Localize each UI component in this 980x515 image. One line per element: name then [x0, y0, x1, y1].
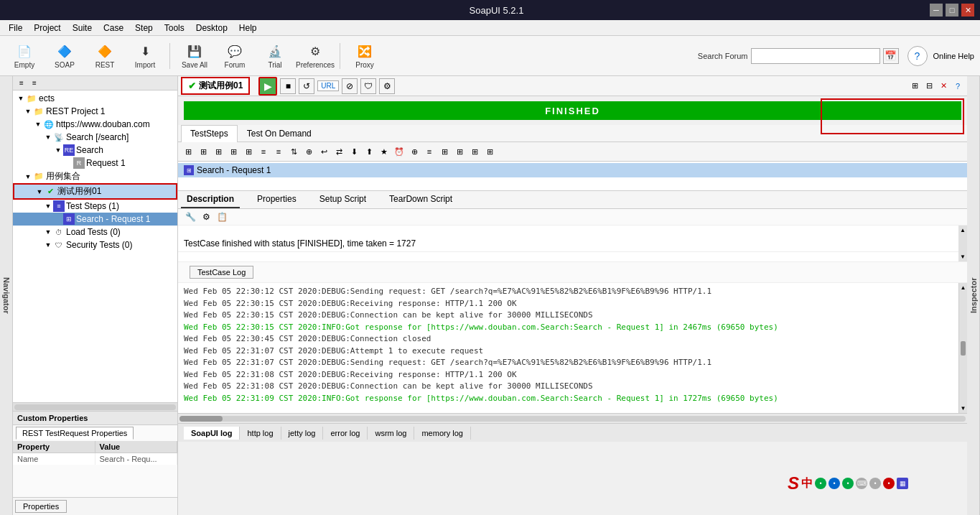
expand-ects[interactable]: ▼ [16, 93, 26, 103]
expand-suite[interactable]: ▼ [23, 172, 33, 182]
menu-item-suite[interactable]: Suite [67, 22, 98, 34]
search-forum-input[interactable] [751, 48, 880, 64]
desc-tab-description[interactable]: Description [181, 191, 240, 208]
logo-icon-5[interactable]: • [869, 478, 881, 489]
menu-item-file[interactable]: File [3, 22, 28, 34]
status-tab-error-log[interactable]: error log [323, 427, 368, 440]
ts-btn-12[interactable]: ⬇ [347, 144, 361, 159]
expand-securitytests[interactable]: ▼ [43, 240, 53, 250]
testcase-shield-button[interactable]: 🛡 [360, 78, 376, 94]
toolbar-btn-save-all[interactable]: 💾Save All [176, 39, 213, 73]
logo-icon-7[interactable]: ▦ [897, 478, 908, 489]
toolbar-btn-trial[interactable]: 🔬Trial [256, 39, 294, 73]
props-table-row[interactable]: Name Search - Requ... [13, 453, 177, 465]
ts-btn-13[interactable]: ⬆ [362, 144, 376, 159]
ts-btn-4[interactable]: ⊞ [226, 144, 241, 159]
ts-btn-5[interactable]: ⊞ [241, 144, 256, 159]
tree-item-search-endpoint[interactable]: ▼ 📡 Search [/search] [13, 131, 177, 144]
tree-item-testcase01[interactable]: ▼ ✔ 测试用例01 [13, 183, 177, 200]
tree-item-search[interactable]: ▼ RE Search [13, 144, 177, 157]
status-scrollbar[interactable]: ▲ ▼ [958, 226, 967, 261]
ts-btn-18[interactable]: ⊞ [437, 144, 452, 159]
menu-item-project[interactable]: Project [28, 22, 66, 34]
expand-search[interactable]: ▼ [53, 145, 63, 155]
rest-testrequest-props-tab[interactable]: REST TestRequest Properties [16, 427, 134, 440]
minimize-button[interactable]: ─ [930, 4, 943, 17]
maximize-button[interactable]: □ [946, 4, 958, 17]
status-tab-wsrm-log[interactable]: wsrm log [368, 427, 414, 440]
expand-rest-project[interactable]: ▼ [23, 106, 33, 116]
logo-icon-3[interactable]: • [842, 478, 854, 489]
tree-item-search-request1[interactable]: ▶ ⊞ Search - Request 1 [13, 213, 177, 226]
testcase-cancel-button[interactable]: ⊘ [342, 78, 358, 94]
teststep-search-request1[interactable]: ⊞ Search - Request 1 [178, 163, 967, 177]
tc-close-button[interactable]: ✕ [937, 80, 950, 93]
tree-item-loadtests[interactable]: ▼ ⏱ Load Tests (0) [13, 226, 177, 238]
tab-test-on-demand[interactable]: Test On Demand [238, 125, 321, 141]
bottom-tb-btn-1[interactable]: 🔧 [184, 210, 197, 223]
toolbar-btn-proxy[interactable]: 🔀Proxy [346, 39, 383, 73]
ts-btn-7[interactable]: ≡ [271, 144, 286, 159]
tree-item-suite[interactable]: ▼ 📁 用例集合 [13, 170, 177, 183]
testcase-log-button[interactable]: TestCase Log [190, 266, 253, 279]
ts-btn-3[interactable]: ⊞ [211, 144, 225, 159]
tc-expand-button[interactable]: ⊞ [908, 80, 921, 93]
toolbar-btn-soap[interactable]: 🔷SOAP [46, 39, 83, 73]
tree-item-teststeps[interactable]: ▼ ≡ Test Steps (1) [13, 200, 177, 213]
bottom-tb-btn-2[interactable]: ⚙ [200, 210, 213, 223]
expand-teststeps[interactable]: ▼ [43, 201, 53, 211]
desc-tab-setup-script[interactable]: Setup Script [314, 191, 372, 208]
properties-button[interactable]: Properties [15, 500, 67, 513]
expand-search-endpoint[interactable]: ▼ [43, 132, 53, 142]
tree-item-request1[interactable]: ▶ R Request 1 [13, 157, 177, 170]
testcase-play-button[interactable]: ▶ [258, 77, 277, 96]
logo-icon-6[interactable]: • [883, 478, 895, 489]
tree-item-douban[interactable]: ▼ 🌐 https://www.douban.com [13, 118, 177, 131]
ts-btn-6[interactable]: ≡ [256, 144, 271, 159]
toolbar-btn-preferences[interactable]: ⚙Preferences [297, 39, 334, 73]
toolbar-btn-forum[interactable]: 💬Forum [216, 39, 253, 73]
online-help-button[interactable]: ? [907, 46, 928, 66]
ts-btn-9[interactable]: ⊕ [302, 144, 316, 159]
ts-btn-20[interactable]: ⊞ [467, 144, 482, 159]
expand-loadtests[interactable]: ▼ [43, 227, 53, 237]
status-tab-memory-log[interactable]: memory log [414, 427, 470, 440]
tree-item-securitytests[interactable]: ▼ 🛡 Security Tests (0) [13, 238, 177, 251]
expand-douban[interactable]: ▼ [33, 119, 43, 129]
tree-item-rest-project[interactable]: ▼ 📁 REST Project 1 [13, 105, 177, 118]
toolbar-btn-rest[interactable]: 🔶REST [86, 39, 123, 73]
menu-item-desktop[interactable]: Desktop [190, 22, 233, 34]
menu-item-help[interactable]: Help [233, 22, 263, 34]
toolbar-btn-empty[interactable]: 📄Empty [6, 39, 43, 73]
ts-btn-2[interactable]: ⊞ [196, 144, 210, 159]
nav-toolbar-btn-2[interactable]: ≡ [29, 78, 40, 89]
testcase-settings-button[interactable]: ⚙ [379, 78, 395, 94]
ts-btn-15[interactable]: ⏰ [392, 144, 406, 159]
testcase-stop-button[interactable]: ■ [280, 78, 296, 94]
tab-teststeps[interactable]: TestSteps [181, 125, 238, 142]
ts-btn-14[interactable]: ★ [377, 144, 391, 159]
expand-testcase01[interactable]: ▼ [34, 187, 45, 197]
search-calendar-button[interactable]: 📅 [883, 48, 899, 64]
status-tab-soapui-log[interactable]: SoapUI log [184, 427, 240, 440]
logo-icon-4[interactable]: ⌨ [856, 478, 867, 489]
ts-btn-16[interactable]: ⊕ [407, 144, 421, 159]
tc-help-button[interactable]: ? [951, 80, 964, 93]
ts-btn-21[interactable]: ⊞ [482, 144, 497, 159]
desc-tab-teardown-script[interactable]: TearDown Script [383, 191, 458, 208]
ts-btn-11[interactable]: ⇄ [332, 144, 346, 159]
ts-btn-1[interactable]: ⊞ [181, 144, 195, 159]
desc-tab-properties[interactable]: Properties [251, 191, 302, 208]
bottom-tb-btn-3[interactable]: 📋 [215, 210, 228, 223]
logo-icon-1[interactable]: • [815, 478, 826, 489]
scrollbar-thumb[interactable] [179, 416, 223, 422]
ts-btn-10[interactable]: ↩ [317, 144, 331, 159]
ts-btn-17[interactable]: ≡ [422, 144, 437, 159]
testcase-refresh-button[interactable]: ↺ [299, 78, 314, 94]
tree-item-ects[interactable]: ▼ 📁 ects [13, 92, 177, 105]
status-tab-http-log[interactable]: http log [240, 427, 281, 440]
menu-item-tools[interactable]: Tools [159, 22, 190, 34]
ts-btn-8[interactable]: ⇅ [286, 144, 301, 159]
logo-icon-2[interactable]: • [829, 478, 840, 489]
testcase-url-badge[interactable]: URL [317, 80, 339, 91]
